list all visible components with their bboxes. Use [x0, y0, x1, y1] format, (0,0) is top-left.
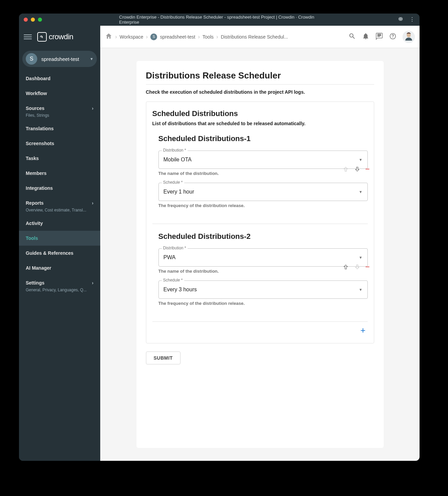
- sidebar-item-workflow[interactable]: Workflow: [19, 86, 100, 101]
- sidebar-item-guides-references[interactable]: Guides & References: [19, 246, 100, 261]
- sidebar-item-tasks[interactable]: Tasks: [19, 151, 100, 166]
- sidebar-item-subtitle: Files, Strings: [19, 113, 100, 121]
- logo[interactable]: crowdin: [37, 32, 73, 42]
- sidebar-item-activity[interactable]: Activity: [19, 216, 100, 231]
- main: › Workspace › S spreadsheet-test › Tools…: [100, 26, 420, 461]
- extension-icon[interactable]: [398, 16, 403, 23]
- logo-mark-icon: [37, 32, 47, 42]
- distribution-block: Scheduled Distributions-1 Distribution *…: [152, 134, 368, 224]
- sidebar-item-members[interactable]: Members: [19, 166, 100, 181]
- sidebar-item-label: Reports: [26, 200, 44, 206]
- distribution-select-value: Mobile OTA: [164, 157, 192, 163]
- bell-icon[interactable]: [362, 32, 369, 41]
- sidebar-item-tools[interactable]: Tools: [19, 231, 100, 246]
- chevron-right-icon: ›: [115, 34, 117, 40]
- chevron-right-icon: ›: [216, 34, 218, 40]
- home-icon[interactable]: [105, 32, 112, 41]
- breadcrumb: › Workspace › S spreadsheet-test › Tools…: [105, 32, 345, 41]
- window-controls: [24, 18, 42, 22]
- sidebar-item-label: Dashboard: [26, 76, 50, 81]
- main-card: Distributions Release Scheduler Check th…: [136, 61, 384, 448]
- move-down-icon: [354, 264, 361, 270]
- minimize-window-button[interactable]: [31, 18, 35, 22]
- breadcrumb-current: Distributions Release Schedul...: [221, 34, 288, 40]
- topbar: › Workspace › S spreadsheet-test › Tools…: [100, 26, 420, 48]
- distribution-helper: The name of the distribution.: [158, 269, 368, 274]
- distribution-field-label: Distribution *: [162, 246, 188, 250]
- titlebar: Crowdin Enterprise - Distributions Relea…: [19, 14, 420, 26]
- app-window: Crowdin Enterprise - Distributions Relea…: [19, 14, 420, 461]
- move-up-icon[interactable]: [342, 264, 349, 270]
- chevron-down-icon: ▼: [90, 57, 93, 61]
- distribution-helper: The name of the distribution.: [158, 171, 368, 176]
- schedule-helper: The frequency of the distribution releas…: [158, 203, 368, 208]
- sidebar-item-dashboard[interactable]: Dashboard: [19, 71, 100, 86]
- schedule-select-value: Every 1 hour: [164, 189, 194, 195]
- chevron-right-icon: ›: [198, 34, 200, 40]
- sidebar-item-label: Screenshots: [26, 141, 54, 146]
- sidebar-item-screenshots[interactable]: Screenshots: [19, 136, 100, 151]
- help-icon[interactable]: [389, 32, 397, 41]
- sidebar-item-label: Guides & References: [26, 250, 73, 256]
- schedule-select[interactable]: Every 3 hours ▼: [158, 280, 368, 299]
- caret-down-icon: ▼: [359, 158, 363, 162]
- project-selector[interactable]: S spreadsheet-test ▼: [22, 51, 97, 67]
- caret-down-icon: ▼: [359, 255, 363, 260]
- sidebar-item-label: Workflow: [26, 91, 47, 96]
- remove-icon[interactable]: −: [365, 263, 370, 271]
- section-title: Scheduled Distributions: [152, 109, 368, 118]
- scheduled-section: Scheduled Distributions List of distribu…: [146, 102, 374, 343]
- schedule-helper: The frequency of the distribution releas…: [158, 301, 368, 306]
- sidebar-item-translations[interactable]: Translations: [19, 121, 100, 136]
- breadcrumb-project[interactable]: spreadsheet-test: [160, 34, 195, 40]
- distribution-select[interactable]: PWA ▼: [158, 248, 368, 267]
- chevron-right-icon: ›: [146, 34, 148, 40]
- svg-point-1: [392, 37, 393, 38]
- sidebar-item-label: Integrations: [26, 185, 53, 191]
- distribution-field-label: Distribution *: [162, 148, 188, 153]
- page-description: Check the execution of scheduled distrib…: [146, 89, 374, 95]
- sidebar-item-ai-manager[interactable]: AI Manager: [19, 261, 100, 275]
- project-name: spreadsheet-test: [41, 56, 86, 62]
- move-down-icon[interactable]: [354, 166, 361, 173]
- sidebar-item-label: Tools: [26, 235, 38, 241]
- remove-icon[interactable]: −: [365, 165, 370, 174]
- svg-point-3: [407, 33, 411, 37]
- submit-button[interactable]: SUBMIT: [146, 352, 181, 364]
- distribution-select-value: PWA: [164, 254, 176, 261]
- sidebar: crowdin S spreadsheet-test ▼ DashboardWo…: [19, 26, 100, 461]
- add-distribution-button[interactable]: +: [360, 325, 365, 336]
- caret-down-icon: ▼: [359, 190, 363, 194]
- sidebar-nav: DashboardWorkflowSources›Files, StringsT…: [19, 71, 100, 461]
- content: Distributions Release Scheduler Check th…: [100, 48, 420, 461]
- divider: [146, 84, 374, 85]
- sidebar-item-label: AI Manager: [26, 265, 51, 271]
- hamburger-icon[interactable]: [24, 33, 32, 41]
- sidebar-item-label: Sources: [26, 106, 44, 111]
- move-up-icon: [342, 166, 349, 173]
- distribution-heading: Scheduled Distributions-2: [158, 232, 368, 241]
- sidebar-item-label: Members: [26, 171, 46, 176]
- section-description: List of distributions that are scheduled…: [152, 121, 368, 126]
- sidebar-item-label: Translations: [26, 126, 54, 131]
- avatar[interactable]: [403, 31, 415, 43]
- caret-down-icon: ▼: [359, 288, 363, 292]
- distribution-block: Scheduled Distributions-2 Distribution *…: [152, 232, 368, 322]
- search-icon[interactable]: [348, 32, 356, 41]
- chevron-right-icon: ›: [92, 106, 93, 111]
- chat-icon[interactable]: [376, 32, 383, 41]
- breadcrumb-tools[interactable]: Tools: [202, 34, 214, 40]
- maximize-window-button[interactable]: [38, 18, 42, 22]
- project-badge: S: [26, 53, 37, 65]
- breadcrumb-workspace[interactable]: Workspace: [120, 34, 143, 40]
- schedule-field-label: Schedule *: [162, 180, 184, 185]
- browser-menu-icon[interactable]: ⋮: [409, 16, 415, 23]
- close-window-button[interactable]: [24, 18, 28, 22]
- schedule-select[interactable]: Every 1 hour ▼: [158, 183, 368, 201]
- sidebar-item-label: Activity: [26, 221, 43, 226]
- sidebar-item-subtitle: General, Privacy, Languages, Q...: [19, 288, 100, 296]
- logo-text: crowdin: [49, 32, 73, 41]
- sidebar-item-integrations[interactable]: Integrations: [19, 181, 100, 196]
- page-title: Distributions Release Scheduler: [146, 70, 374, 81]
- distribution-select[interactable]: Mobile OTA ▼: [158, 151, 368, 169]
